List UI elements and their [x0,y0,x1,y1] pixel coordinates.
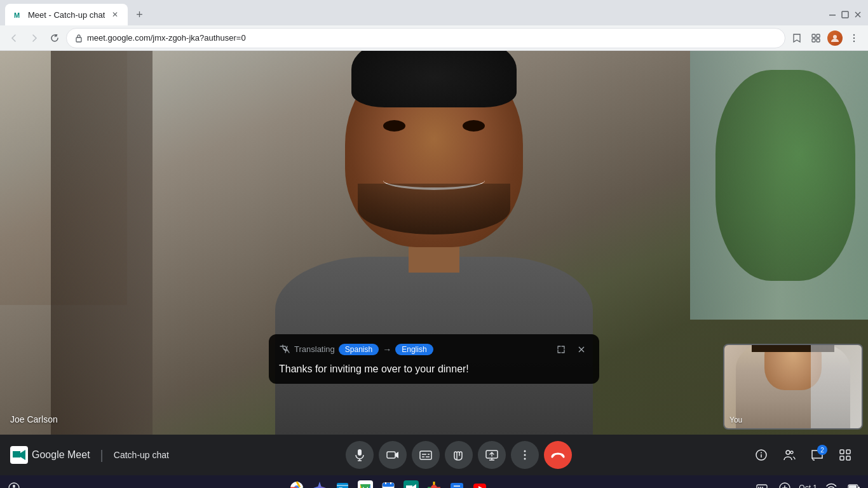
translation-text: Thanks for inviting me over to your dinn… [279,362,589,376]
svg-point-14 [853,40,855,41]
info-button[interactable] [749,442,774,468]
source-language-badge: Spanish [339,344,379,355]
translation-overlay: Translating Spanish → English Th [269,334,599,384]
microphone-button[interactable] [346,441,374,469]
participants-button[interactable] [776,442,802,468]
meet-controls [346,441,572,469]
svg-rect-43 [846,456,850,460]
svg-rect-18 [358,449,362,456]
meet-container: Joe Carlson Translating Spanish → Englis… [0,51,868,475]
taskbar-date: Oct 1 [799,484,817,488]
self-view-background [724,345,862,428]
svg-rect-8 [817,34,820,37]
video-area: Joe Carlson Translating Spanish → Englis… [0,51,868,435]
svg-point-31 [524,454,526,456]
svg-rect-2 [829,15,836,16]
branding-divider: | [100,448,104,463]
gmail-app-icon[interactable] [356,479,374,488]
files-app-icon[interactable] [334,479,351,488]
add-icon[interactable] [776,479,794,488]
present-button[interactable] [478,441,506,469]
back-button[interactable] [5,29,23,47]
svg-rect-7 [812,34,815,37]
tab-favicon: M [13,10,23,20]
lock-icon [74,34,83,43]
meet-app-icon[interactable] [402,479,420,488]
more-options-button[interactable] [511,441,539,469]
translation-header: Translating Spanish → English [279,342,589,357]
expand-translation-button[interactable] [553,342,569,357]
svg-point-37 [761,452,762,454]
self-view-label: You [729,416,742,424]
svg-point-38 [786,451,790,454]
meeting-name: Catch-up chat [114,450,169,460]
menu-button[interactable] [845,29,863,47]
svg-text:M: M [14,11,20,19]
window-controls [827,10,863,20]
svg-rect-41 [846,450,850,454]
meet-logo-text: Google Meet [32,449,90,461]
active-tab[interactable]: M Meet - Catch-up chat ✕ [5,4,128,25]
raise-hand-button[interactable] [445,441,473,469]
messages-app-icon[interactable] [448,479,466,488]
tab-bar: M Meet - Catch-up chat ✕ + [0,0,868,25]
accessibility-icon[interactable] [5,479,23,488]
taskbar: 1 Oct 1 [0,475,868,488]
meet-right-actions: 2 [749,442,858,468]
profile-button[interactable] [826,29,844,47]
reload-button[interactable] [46,29,64,47]
browser-chrome: M Meet - Catch-up chat ✕ + [0,0,868,51]
svg-rect-72 [849,485,857,488]
self-view-bg-window [811,345,862,428]
svg-point-12 [853,34,855,35]
activities-button[interactable] [832,442,858,468]
participant-name-label: Joe Carlson [10,414,58,424]
chrome-app-icon[interactable] [288,479,306,488]
svg-rect-42 [840,456,844,460]
maximize-button[interactable] [840,10,850,20]
participant-hair [351,51,517,107]
camera-button[interactable] [379,441,407,469]
wifi-icon [822,479,840,488]
address-bar[interactable]: meet.google.com/jmx-zgoh-jka?authuser=0 [66,28,785,48]
svg-rect-40 [840,450,844,454]
close-translation-button[interactable] [574,342,589,357]
svg-rect-21 [387,452,395,458]
bg-left-shelf [51,51,153,435]
end-call-button[interactable] [544,441,572,469]
meet-bottom-bar: Google Meet | Catch-up chat [0,435,868,475]
browser-toolbar: meet.google.com/jmx-zgoh-jka?authuser=0 [0,25,868,51]
battery-icon [845,479,863,488]
minimize-button[interactable] [827,10,837,20]
meet-branding: Google Meet | Catch-up chat [10,446,169,464]
forward-button[interactable] [25,29,43,47]
translating-label: Translating [294,344,335,354]
close-button[interactable] [853,10,863,20]
url-text: meet.google.com/jmx-zgoh-jka?authuser=0 [87,33,777,43]
svg-point-13 [853,37,855,38]
main-video-feed: Joe Carlson Translating Spanish → Englis… [0,51,868,435]
chat-button[interactable]: 2 [804,442,830,468]
gemini-app-icon[interactable] [311,479,329,488]
new-tab-button[interactable]: + [130,6,148,24]
bookmark-button[interactable] [788,29,806,47]
youtube-app-icon[interactable] [471,479,489,488]
extensions-button[interactable] [807,29,825,47]
taskbar-left [5,479,23,488]
keyboard-status-icon [753,479,771,488]
tab-close-button[interactable]: ✕ [110,10,120,20]
svg-rect-9 [812,39,815,42]
svg-point-39 [790,451,793,454]
svg-rect-6 [76,37,81,42]
svg-point-45 [13,485,15,487]
translation-arrow: → [383,344,391,355]
calendar-app-icon[interactable]: 1 [379,479,397,488]
svg-rect-52 [383,483,394,487]
translate-icon [279,344,290,355]
svg-point-30 [524,451,526,452]
taskbar-center-apps: 1 [288,479,489,488]
captions-button[interactable] [412,441,440,469]
participant-beard [358,184,510,234]
bg-plant [715,70,855,281]
photos-app-icon[interactable] [425,479,443,488]
